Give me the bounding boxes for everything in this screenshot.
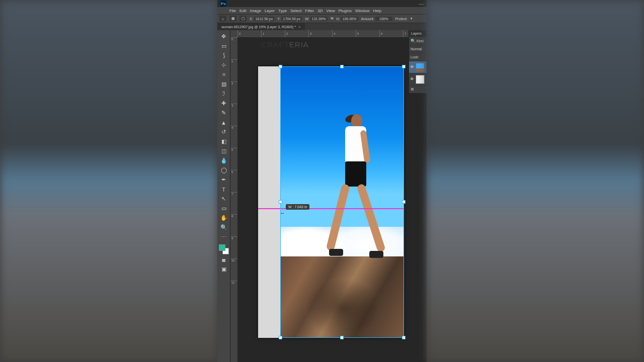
menu-filter[interactable]: Filter	[305, 9, 314, 13]
amount-label: Amount:	[361, 17, 374, 21]
menu-3d[interactable]: 3D	[317, 9, 323, 13]
menu-bar: File Edit Image Layer Type Select Filter…	[217, 7, 427, 14]
reference-point-icon[interactable]: ▢	[239, 16, 247, 22]
shadow-region	[305, 278, 379, 338]
menu-layer[interactable]: Layer	[265, 9, 275, 13]
wand-tool-icon[interactable]: ⊹	[219, 61, 229, 69]
amount-field[interactable]: 100%	[375, 17, 392, 21]
menu-image[interactable]: Image	[250, 9, 261, 13]
foreground-color-swatch[interactable]	[219, 244, 225, 251]
ruler-vertical[interactable]: 01234567891011	[230, 37, 237, 362]
document-tab-bar: woman-6012907.jpg @ 19% (Layer 3, RGB/8)…	[217, 23, 427, 30]
healing-tool-icon[interactable]: ✚	[219, 99, 229, 108]
tools-panel: ✥ ▭ ⟆ ⊹ ⌗ ▧ ℐ ✚ ✎ ▲ ↺ ◧ ◫ 💧 ◯ ✒ T ↖ ▭ ✋ …	[217, 30, 230, 362]
minimize-icon[interactable]: —	[419, 1, 424, 7]
history-brush-tool-icon[interactable]: ↺	[219, 128, 229, 136]
x-field[interactable]: 1612.50 px	[254, 17, 275, 21]
background-left	[0, 0, 217, 362]
canvas-area[interactable]: 01234567 01234567891011 CRAFTERIA	[230, 30, 427, 362]
w-field[interactable]: 131.09%	[310, 17, 328, 21]
shape-tool-icon[interactable]: ▭	[219, 204, 229, 213]
stamp-tool-icon[interactable]: ▲	[219, 118, 229, 127]
blur-tool-icon[interactable]: 💧	[219, 156, 229, 165]
image-layer[interactable]	[281, 66, 404, 338]
ruler-horizontal[interactable]: 01234567	[237, 30, 427, 37]
layer-item-background[interactable]: 👁	[409, 73, 427, 85]
layer-panel-footer: ⌘	[409, 85, 427, 93]
close-tab-icon[interactable]: ×	[298, 25, 301, 29]
options-bar: ⌂ ▦ ▢ X:1612.50 px Y:1704.50 px W:131.09…	[217, 14, 427, 23]
background-right	[427, 0, 644, 362]
zoom-tool-icon[interactable]: 🔍	[219, 223, 229, 232]
h-label: H:	[337, 17, 340, 21]
document-tab-label: woman-6012907.jpg @ 19% (Layer 3, RGB/8)…	[221, 25, 296, 29]
tool-preset-icon[interactable]: ▦	[229, 16, 236, 22]
gradient-tool-icon[interactable]: ◫	[219, 147, 229, 155]
quickmask-icon[interactable]: ◙	[219, 255, 229, 264]
marquee-tool-icon[interactable]: ▭	[219, 42, 229, 50]
menu-select[interactable]: Select	[290, 9, 301, 13]
menu-type[interactable]: Type	[278, 9, 287, 13]
link-layers-icon[interactable]: ⌘	[411, 87, 414, 92]
menu-edit[interactable]: Edit	[239, 9, 247, 13]
resize-cursor-icon: ↔	[280, 210, 285, 216]
search-icon: 🔍	[411, 39, 416, 43]
layer-filter-row[interactable]: 🔍 Kind	[409, 37, 427, 45]
home-icon[interactable]: ⌂	[219, 16, 226, 22]
color-swatches[interactable]	[219, 244, 229, 254]
document-canvas[interactable]	[258, 66, 404, 338]
visibility-toggle-icon[interactable]: 👁	[410, 77, 414, 81]
watermark: CRAFTERIA	[261, 40, 309, 49]
link-wh-icon[interactable]: ⇋	[331, 17, 334, 21]
w-label: W:	[305, 17, 309, 21]
menu-window[interactable]: Window	[355, 9, 369, 13]
y-label: Y:	[277, 17, 280, 21]
menu-view[interactable]: View	[327, 9, 335, 13]
protect-label: Protect:	[395, 17, 408, 21]
document-tab[interactable]: woman-6012907.jpg @ 19% (Layer 3, RGB/8)…	[217, 23, 305, 30]
filter-kind-label: Kind	[417, 39, 424, 43]
menu-help[interactable]: Help	[373, 9, 381, 13]
lasso-tool-icon[interactable]: ⟆	[219, 51, 229, 60]
layers-tab[interactable]: Layers	[409, 30, 427, 37]
crop-tool-icon[interactable]: ⌗	[219, 70, 229, 79]
menu-file[interactable]: File	[229, 9, 236, 13]
layer-thumbnail[interactable]	[416, 63, 425, 72]
workspace: ✥ ▭ ⟆ ⊹ ⌗ ▧ ℐ ✚ ✎ ▲ ↺ ◧ ◫ 💧 ◯ ✒ T ↖ ▭ ✋ …	[217, 30, 427, 362]
layer-thumbnail[interactable]	[416, 75, 425, 84]
horizontal-guide[interactable]	[258, 209, 404, 209]
menu-plugins[interactable]: Plugins	[339, 9, 352, 13]
watermark-light: ERIA	[289, 40, 309, 49]
screen-mode-icon[interactable]: ▣	[219, 265, 229, 274]
watermark-bold: CRAFT	[261, 40, 289, 49]
eraser-tool-icon[interactable]: ◧	[219, 137, 229, 146]
pen-tool-icon[interactable]: ✒	[219, 175, 229, 184]
blend-mode-select[interactable]: Normal	[409, 45, 427, 53]
lock-row[interactable]: Lock:	[409, 53, 427, 61]
layer-item-selected[interactable]: 👁	[409, 61, 427, 73]
edit-toolbar-icon[interactable]: ⋯	[219, 233, 229, 241]
layers-panel: Layers 🔍 Kind Normal Lock: 👁 👁 ⌘	[409, 30, 427, 93]
visibility-toggle-icon[interactable]: 👁	[410, 65, 414, 69]
y-field[interactable]: 1704.50 px	[282, 17, 302, 21]
ruler-corner	[230, 30, 237, 37]
app-logo: Ps	[220, 1, 226, 7]
photoshop-window: Ps — File Edit Image Layer Type Select F…	[217, 0, 427, 362]
person-figure	[330, 114, 375, 275]
brush-tool-icon[interactable]: ✎	[219, 109, 229, 117]
dodge-tool-icon[interactable]: ◯	[219, 166, 229, 174]
h-field[interactable]: 100.00%	[341, 17, 358, 21]
protect-dropdown-icon[interactable]: ▾	[411, 17, 413, 21]
path-select-tool-icon[interactable]: ↖	[219, 195, 229, 203]
x-label: X:	[250, 17, 253, 21]
hand-tool-icon[interactable]: ✋	[219, 214, 229, 222]
frame-tool-icon[interactable]: ▧	[219, 80, 229, 88]
titlebar: Ps —	[217, 0, 427, 7]
type-tool-icon[interactable]: T	[219, 185, 229, 194]
eyedropper-tool-icon[interactable]: ℐ	[219, 89, 229, 98]
transform-width-chip: W : 7.043 in	[286, 204, 309, 210]
move-tool-icon[interactable]: ✥	[219, 32, 229, 41]
